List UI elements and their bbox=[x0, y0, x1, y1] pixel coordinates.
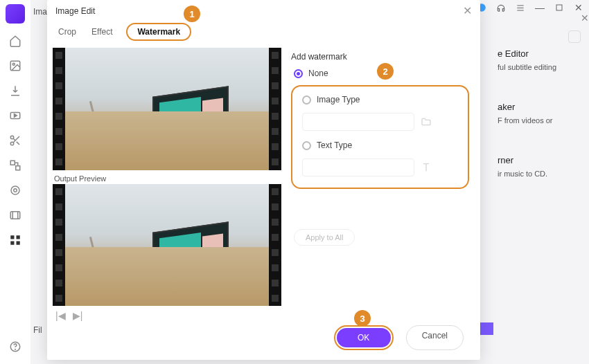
radio-text-type[interactable] bbox=[302, 141, 311, 150]
svg-rect-6 bbox=[16, 166, 20, 170]
watermark-section-title: Add watermark bbox=[291, 52, 469, 62]
callout-3: 3 bbox=[354, 310, 371, 327]
radio-text-type-label: Text Type bbox=[317, 140, 352, 150]
callout-1: 1 bbox=[184, 6, 200, 22]
menu-icon[interactable] bbox=[516, 3, 525, 12]
merge-icon[interactable] bbox=[8, 158, 23, 173]
image-edit-dialog: Image Edit ✕ Crop Effect Watermark 1 Out… bbox=[47, 0, 480, 360]
film-icon[interactable] bbox=[8, 208, 23, 223]
folder-icon[interactable] bbox=[420, 116, 432, 128]
apply-to-all-button[interactable]: Apply to All bbox=[294, 229, 355, 246]
radio-image-type[interactable] bbox=[302, 95, 311, 104]
radio-none[interactable] bbox=[294, 69, 303, 78]
target-icon[interactable] bbox=[8, 183, 23, 198]
tab-crop[interactable]: Crop bbox=[57, 24, 78, 39]
image-path-input[interactable] bbox=[302, 113, 414, 131]
tab-watermark[interactable]: Watermark bbox=[126, 23, 191, 41]
ok-button-highlight: OK bbox=[334, 325, 394, 350]
bg-feature-cards: e Editorful subtitle editing akerF from … bbox=[498, 48, 581, 178]
output-preview bbox=[53, 184, 281, 307]
apps-icon[interactable] bbox=[8, 233, 23, 248]
bg-card: akerF from videos or bbox=[498, 102, 581, 125]
svg-rect-17 bbox=[556, 5, 562, 10]
video-icon[interactable] bbox=[8, 108, 23, 123]
svg-rect-9 bbox=[10, 212, 20, 219]
app-close-icon[interactable]: ✕ bbox=[574, 3, 583, 12]
source-preview bbox=[53, 48, 281, 170]
home-icon[interactable] bbox=[8, 33, 23, 48]
headset-icon[interactable] bbox=[496, 3, 506, 12]
help-icon[interactable] bbox=[8, 339, 23, 354]
radio-none-label: None bbox=[308, 69, 328, 78]
panel-close-icon[interactable]: ✕ bbox=[581, 12, 589, 24]
output-preview-label: Output Preview bbox=[53, 170, 281, 184]
bg-card: rnerir music to CD. bbox=[498, 155, 581, 178]
dialog-tabs: Crop Effect Watermark bbox=[47, 17, 480, 45]
ok-button[interactable]: OK bbox=[337, 328, 391, 347]
maximize-icon[interactable] bbox=[554, 3, 564, 12]
callout-2: 2 bbox=[377, 63, 394, 80]
scissors-icon[interactable] bbox=[8, 133, 23, 148]
image-icon[interactable] bbox=[8, 58, 23, 73]
prev-frame-icon[interactable]: |◀ bbox=[55, 310, 66, 321]
svg-rect-5 bbox=[10, 161, 15, 165]
svg-rect-13 bbox=[17, 242, 20, 245]
minimize-icon[interactable]: — bbox=[535, 3, 545, 12]
watermark-options-group: Image Type Text Type bbox=[291, 85, 469, 189]
svg-rect-10 bbox=[10, 235, 14, 239]
radio-image-type-label: Image Type bbox=[317, 95, 360, 104]
app-sidebar bbox=[0, 0, 30, 364]
dialog-close-icon[interactable]: ✕ bbox=[463, 4, 472, 17]
dialog-title: Image Edit bbox=[55, 6, 463, 16]
tab-effect[interactable]: Effect bbox=[90, 24, 114, 39]
svg-point-8 bbox=[14, 189, 17, 192]
bg-card: e Editorful subtitle editing bbox=[498, 48, 581, 71]
next-frame-icon[interactable]: ▶| bbox=[73, 310, 83, 321]
bg-file-fragment: Fil bbox=[33, 325, 42, 335]
text-watermark-input[interactable] bbox=[302, 158, 414, 176]
svg-point-4 bbox=[10, 142, 14, 145]
app-window-controls: — ✕ bbox=[477, 3, 583, 12]
text-style-icon[interactable] bbox=[420, 161, 432, 174]
svg-rect-11 bbox=[17, 235, 20, 239]
svg-point-7 bbox=[11, 186, 19, 194]
svg-point-15 bbox=[15, 349, 16, 349]
cancel-button[interactable]: Cancel bbox=[406, 325, 464, 350]
app-logo-icon bbox=[6, 4, 25, 24]
download-icon[interactable] bbox=[8, 83, 23, 98]
settings-icon[interactable] bbox=[568, 30, 581, 43]
svg-rect-12 bbox=[10, 242, 14, 245]
svg-point-1 bbox=[12, 63, 15, 65]
svg-point-3 bbox=[10, 136, 14, 139]
